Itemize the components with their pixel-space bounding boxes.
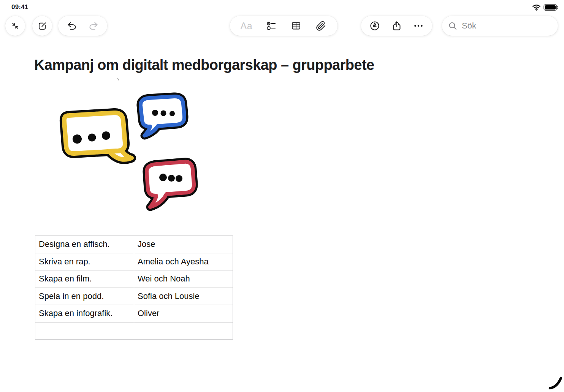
status-time: 09:41 bbox=[11, 3, 28, 11]
page-title: Kampanj om digitalt medborgarskap – grup… bbox=[34, 56, 374, 74]
text-format-label: Aa bbox=[241, 21, 253, 32]
collapse-button[interactable] bbox=[5, 16, 25, 36]
red-speech-bubble bbox=[147, 162, 194, 207]
speech-bubbles-drawing[interactable] bbox=[53, 91, 201, 213]
table-cell-task[interactable]: Skapa en film. bbox=[35, 270, 134, 288]
markup-button[interactable] bbox=[366, 16, 383, 36]
collapse-arrows-icon bbox=[11, 21, 20, 30]
table-cell-task[interactable]: Skriva en rap. bbox=[35, 253, 134, 270]
table-row: Skapa en infografik. Oliver bbox=[35, 305, 233, 322]
compose-button[interactable] bbox=[32, 16, 52, 36]
table-cell-task[interactable]: Skapa en infografik. bbox=[35, 305, 134, 322]
compose-icon bbox=[37, 21, 48, 31]
share-icon bbox=[391, 21, 402, 31]
table-cell-names[interactable]: Oliver bbox=[134, 305, 233, 322]
table-cell-task[interactable]: Spela in en podd. bbox=[35, 288, 134, 305]
redo-button[interactable] bbox=[85, 16, 102, 36]
actions-group bbox=[361, 16, 432, 36]
table-cell-names[interactable] bbox=[134, 322, 233, 340]
redo-icon bbox=[88, 21, 99, 31]
table-cell-names[interactable]: Jose bbox=[134, 236, 233, 253]
checklist-icon bbox=[266, 21, 277, 31]
more-button[interactable] bbox=[410, 16, 427, 36]
table-row: Skapa en film. Wei och Noah bbox=[35, 270, 233, 288]
stray-pen-mark bbox=[117, 78, 119, 81]
table-icon bbox=[291, 21, 301, 31]
table-cell-names[interactable]: Wei och Noah bbox=[134, 270, 233, 288]
yellow-speech-bubble bbox=[64, 113, 131, 160]
table-row: Skriva en rap. Amelia och Ayesha bbox=[35, 253, 233, 270]
table-row bbox=[35, 322, 233, 340]
undo-button[interactable] bbox=[63, 16, 80, 36]
search-field bbox=[442, 16, 558, 36]
table-row: Spela in en podd. Sofia och Lousie bbox=[35, 288, 233, 305]
search-icon bbox=[448, 21, 457, 30]
markup-pen-icon bbox=[369, 21, 380, 31]
checklist-button[interactable] bbox=[263, 16, 280, 36]
battery-icon bbox=[543, 4, 559, 11]
table-button[interactable] bbox=[288, 16, 304, 36]
share-button[interactable] bbox=[388, 16, 405, 36]
notes-app-screen: 09:41 bbox=[0, 0, 564, 392]
table-cell-names[interactable]: Sofia och Lousie bbox=[134, 288, 233, 305]
table-cell-names[interactable]: Amelia och Ayesha bbox=[134, 253, 233, 270]
table-cell-task[interactable] bbox=[35, 322, 134, 340]
note-table: Designa en affisch. Jose Skriva en rap. … bbox=[35, 236, 233, 340]
wifi-icon bbox=[532, 4, 541, 11]
table-cell-task[interactable]: Designa en affisch. bbox=[35, 236, 134, 253]
undo-icon bbox=[67, 21, 77, 31]
blue-speech-bubble bbox=[141, 96, 184, 136]
text-format-button[interactable]: Aa bbox=[238, 16, 255, 36]
undo-redo-group bbox=[58, 16, 107, 36]
handwriting-stroke bbox=[547, 375, 564, 390]
attachment-button[interactable] bbox=[313, 16, 330, 36]
insert-tools-group: Aa bbox=[230, 16, 337, 36]
ellipsis-icon bbox=[413, 21, 424, 31]
status-icons bbox=[532, 4, 559, 11]
paperclip-icon bbox=[316, 21, 326, 31]
table-row: Designa en affisch. Jose bbox=[35, 236, 233, 253]
search-input[interactable] bbox=[461, 21, 564, 31]
